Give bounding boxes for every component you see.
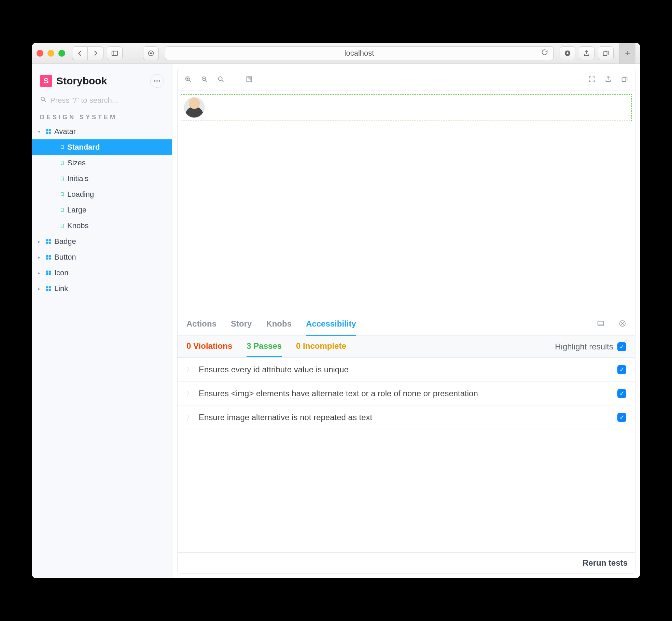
story-label: Sizes [67, 158, 86, 167]
close-panel-button[interactable] [619, 320, 626, 329]
svg-rect-17 [46, 242, 48, 244]
svg-rect-11 [46, 129, 48, 131]
sidebar-toggle-button[interactable] [107, 46, 123, 60]
component-icon [45, 270, 52, 276]
chevron-right-icon: 〉 [186, 365, 193, 374]
close-window-button[interactable] [37, 50, 43, 57]
new-tab-button[interactable]: + [619, 43, 635, 64]
story-large[interactable]: Large [32, 202, 172, 218]
checkbox-checked-icon[interactable]: ✓ [617, 413, 626, 422]
svg-rect-15 [46, 239, 48, 241]
component-link[interactable]: ▸ Link [32, 281, 172, 296]
checkbox-checked-icon[interactable]: ✓ [617, 389, 626, 398]
bookmark-icon [60, 207, 65, 213]
svg-line-36 [206, 80, 207, 82]
highlight-results-toggle[interactable]: Highlight results ✓ [555, 342, 626, 351]
zoom-out-button[interactable] [201, 75, 208, 84]
minimize-window-button[interactable] [47, 50, 54, 57]
zoom-in-button[interactable] [184, 75, 192, 84]
story-label: Knobs [67, 221, 88, 230]
chevron-right-icon: ▸ [38, 270, 43, 276]
component-label: Badge [54, 237, 76, 246]
forward-button[interactable] [88, 46, 103, 60]
bookmark-icon [60, 160, 65, 166]
copy-link-button[interactable] [621, 75, 628, 84]
background-toggle-button[interactable] [246, 75, 253, 84]
addons-panel: Actions Story Knobs Accessibility 0 Viol… [178, 313, 635, 573]
rerun-bar: Rerun tests [178, 552, 635, 573]
rerun-tests-button[interactable]: Rerun tests [575, 553, 635, 573]
svg-point-9 [41, 97, 44, 100]
address-bar[interactable]: localhost [165, 46, 554, 60]
component-avatar[interactable]: ▾ Avatar [32, 124, 172, 139]
story-knobs[interactable]: Knobs [32, 218, 172, 234]
chevron-right-icon: 〉 [186, 389, 193, 398]
downloads-button[interactable] [560, 46, 575, 60]
search-field[interactable] [40, 96, 164, 105]
component-label: Button [54, 253, 76, 262]
a11y-tab-violations[interactable]: 0 Violations [186, 336, 232, 357]
addons-empty-space [178, 429, 635, 552]
reload-icon[interactable] [541, 49, 548, 58]
a11y-result-row[interactable]: 〉 Ensures every id attribute value is un… [178, 358, 635, 382]
chevron-right-icon: ▸ [38, 254, 43, 260]
a11y-tab-incomplete[interactable]: 0 Incomplete [296, 336, 346, 357]
result-text: Ensure image alternative is not repeated… [199, 413, 372, 422]
a11y-tab-passes[interactable]: 3 Passes [247, 336, 282, 357]
tab-knobs[interactable]: Knobs [266, 313, 292, 336]
component-button[interactable]: ▸ Button [32, 249, 172, 265]
browser-window: localhost + S Storybook [32, 43, 640, 578]
story-label: Large [67, 206, 86, 215]
search-icon [40, 96, 47, 105]
checkbox-checked-icon[interactable]: ✓ [617, 365, 626, 374]
component-icon[interactable]: ▸ Icon [32, 265, 172, 281]
svg-line-32 [189, 80, 191, 82]
a11y-result-row[interactable]: 〉 Ensures <img> elements have alternate … [178, 382, 635, 405]
svg-point-3 [150, 52, 152, 54]
tab-actions[interactable]: Actions [186, 313, 216, 336]
svg-rect-30 [49, 289, 51, 291]
component-badge[interactable]: ▸ Badge [32, 234, 172, 249]
open-in-new-tab-button[interactable] [604, 75, 612, 84]
svg-line-10 [44, 100, 46, 102]
browser-titlebar: localhost + [32, 43, 640, 64]
component-icon [45, 128, 52, 135]
a11y-result-row[interactable]: 〉 Ensure image alternative is not repeat… [178, 405, 635, 429]
story-loading[interactable]: Loading [32, 187, 172, 202]
highlight-label: Highlight results [555, 342, 613, 351]
panel-position-button[interactable] [597, 320, 604, 329]
component-label: Icon [54, 268, 69, 277]
story-initials[interactable]: Initials [32, 171, 172, 187]
story-sizes[interactable]: Sizes [32, 155, 172, 171]
zoom-reset-button[interactable] [217, 75, 225, 84]
canvas: Actions Story Knobs Accessibility 0 Viol… [177, 69, 635, 574]
svg-rect-25 [46, 273, 48, 275]
tab-story[interactable]: Story [231, 313, 252, 336]
sidebar-section-title: Design System [32, 111, 172, 124]
sidebar-header: S Storybook [32, 71, 172, 93]
component-icon [45, 238, 52, 245]
share-button[interactable] [579, 46, 594, 60]
story-standard[interactable]: Standard [32, 139, 172, 155]
privacy-report-button[interactable] [143, 46, 159, 60]
story-label: Initials [67, 174, 88, 183]
chevron-down-icon: ▾ [38, 129, 43, 134]
svg-rect-12 [49, 129, 51, 131]
chevron-right-icon: ▸ [38, 286, 43, 291]
fullscreen-button[interactable] [588, 75, 596, 84]
search-input[interactable] [50, 96, 164, 105]
svg-rect-16 [49, 239, 51, 241]
svg-rect-22 [49, 258, 51, 260]
back-button[interactable] [72, 46, 88, 60]
tab-accessibility[interactable]: Accessibility [306, 313, 356, 336]
zoom-window-button[interactable] [58, 50, 65, 57]
component-label: Avatar [54, 127, 76, 136]
storybook-app: S Storybook Design System ▾ [32, 64, 640, 578]
bookmark-icon [60, 144, 65, 150]
nav-buttons [72, 46, 103, 60]
bookmark-icon [60, 192, 65, 197]
svg-point-8 [159, 80, 160, 82]
sidebar-menu-button[interactable] [150, 74, 164, 88]
svg-rect-19 [46, 255, 48, 257]
tabs-button[interactable] [598, 46, 614, 60]
